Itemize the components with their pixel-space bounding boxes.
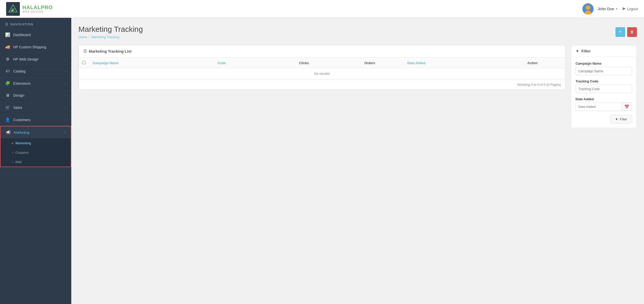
page-header: Marketing Tracking Home › Marketing Trac… (78, 25, 637, 39)
filter-header-label: Filter (581, 49, 591, 53)
filter-card: ▼ Filter Campaign Name Tracking Code Dat… (571, 45, 637, 128)
breadcrumb: Home › Marketing Tracking (78, 35, 143, 39)
calendar-button[interactable]: 📅 (622, 103, 632, 111)
no-results-cell: No results! (79, 68, 565, 79)
logo-sub: WEB DESIGN (22, 10, 53, 13)
design-icon: 🖥 (5, 93, 10, 98)
tracking-code-field: Tracking Code (576, 79, 632, 93)
table-body: No results! (79, 68, 565, 79)
col-code[interactable]: Code (214, 58, 272, 68)
add-button[interactable]: + (615, 27, 625, 37)
sidebar-item-dashboard[interactable]: 📊 Dashboard (0, 29, 71, 41)
filter-body: Campaign Name Tracking Code Date Added 📅 (571, 57, 637, 128)
card-header-label: Marketing Tracking List (89, 49, 132, 53)
svg-text:HP: HP (11, 10, 13, 12)
catalog-icon: 🏷 (5, 69, 10, 74)
svg-point-5 (586, 5, 590, 10)
filter-button[interactable]: ▼ Filter (610, 115, 632, 123)
chevron-right-icon: › (65, 118, 66, 122)
page-title-area: Marketing Tracking Home › Marketing Trac… (78, 25, 143, 39)
logout-icon: ⮞ (622, 7, 626, 11)
breadcrumb-home[interactable]: Home (78, 35, 87, 39)
breadcrumb-current[interactable]: Marketing Tracking (91, 35, 119, 39)
two-column-layout: ☰ Marketing Tracking List Campaign Name … (78, 45, 637, 128)
sidebar-item-catalog[interactable]: 🏷 Catalog › (0, 65, 71, 77)
filter-btn-icon: ▼ (615, 117, 618, 121)
dashboard-icon: 📊 (5, 32, 10, 37)
table-head: Campaign Name Code Clicks Orders Date Ad… (79, 58, 565, 68)
breadcrumb-separator: › (89, 35, 90, 39)
sub-arrow-icon: » (12, 151, 13, 154)
web-design-icon: ⚙ (5, 57, 10, 62)
top-header: HP HALALPRO WEB DESIGN John Doe ▼ ⮞ Logo… (0, 0, 644, 18)
sidebar-item-hp-custom-shipping[interactable]: 🚚 HP Custom Shipping (0, 41, 71, 53)
select-all-header (79, 58, 89, 68)
col-orders: Orders (336, 58, 404, 68)
chevron-right-icon: › (65, 106, 66, 109)
campaign-name-label: Campaign Name (576, 62, 632, 65)
chevron-right-icon: › (65, 57, 66, 61)
table-header-row: Campaign Name Code Clicks Orders Date Ad… (79, 58, 565, 68)
campaign-name-field: Campaign Name (576, 62, 632, 75)
col-date-added[interactable]: Date Added (404, 58, 500, 68)
date-added-input[interactable] (576, 103, 622, 111)
sales-icon: 🛒 (5, 105, 10, 110)
campaign-name-input[interactable] (576, 67, 632, 75)
filter-icon: ▼ (576, 49, 579, 53)
tracking-code-input[interactable] (576, 85, 632, 93)
marketing-icon: 📢 (6, 130, 11, 135)
user-name[interactable]: John Doe ▼ (598, 7, 618, 11)
date-added-field: Date Added 📅 (576, 97, 632, 111)
sidebar-item-marketing-group: 📢 Marketing › » Marketing » Coupons » Ma… (0, 126, 71, 167)
sub-arrow-icon: » (12, 141, 13, 145)
sidebar-nav-label: ☰ NAVIGATION (0, 18, 71, 29)
sidebar-item-customers[interactable]: 👤 Customers › (0, 114, 71, 126)
sidebar-item-marketing[interactable]: 📢 Marketing › (1, 126, 71, 138)
list-icon: ☰ (83, 49, 87, 54)
sidebar-item-hp-web-design[interactable]: ⚙ HP Web Design › (0, 53, 71, 65)
filter-header: ▼ Filter (571, 45, 637, 57)
logo-area: HP HALALPRO WEB DESIGN (6, 2, 53, 16)
main-card: ☰ Marketing Tracking List Campaign Name … (78, 45, 566, 90)
customers-icon: 👤 (5, 117, 10, 122)
sidebar-subitem-mail[interactable]: » Mail (1, 157, 71, 167)
filter-btn-row: ▼ Filter (576, 115, 632, 123)
shipping-icon: 🚚 (5, 45, 10, 49)
select-all-checkbox[interactable] (82, 61, 86, 64)
chevron-right-icon: › (65, 131, 66, 134)
date-added-input-group: 📅 (576, 103, 632, 111)
table-footer: Showing 0 to 0 of 0 (0 Pages) (79, 79, 565, 90)
chevron-right-icon: › (65, 94, 66, 97)
chevron-down-icon: ▼ (615, 7, 618, 10)
extensions-icon: 🧩 (5, 81, 10, 86)
main-layout: ☰ NAVIGATION 📊 Dashboard 🚚 HP Custom Shi… (0, 18, 644, 304)
logo-brand: HALALPRO (22, 5, 53, 10)
sidebar-item-extensions[interactable]: 🧩 Extensions › (0, 77, 71, 90)
card-header: ☰ Marketing Tracking List (79, 45, 565, 57)
trash-icon: 🗑 (630, 30, 634, 34)
tracking-table: Campaign Name Code Clicks Orders Date Ad… (79, 57, 565, 79)
table-wrap: Campaign Name Code Clicks Orders Date Ad… (79, 57, 565, 79)
sidebar-item-design[interactable]: 🖥 Design › (0, 90, 71, 102)
logo-text: HALALPRO WEB DESIGN (22, 5, 53, 13)
col-action: Action (500, 58, 566, 68)
col-campaign-name[interactable]: Campaign Name (89, 58, 214, 68)
chevron-right-icon: › (65, 69, 66, 73)
sidebar-subitem-coupons[interactable]: » Coupons (1, 148, 71, 157)
no-results-row: No results! (79, 68, 565, 79)
logo-box: HP (6, 2, 20, 16)
header-right: John Doe ▼ ⮞ Logout (582, 3, 638, 15)
sidebar-item-sales[interactable]: 🛒 Sales › (0, 102, 71, 114)
chevron-right-icon: › (65, 82, 66, 85)
logout-button[interactable]: ⮞ Logout (622, 7, 638, 11)
avatar (582, 3, 594, 15)
col-clicks: Clicks (272, 58, 336, 68)
content-area: Marketing Tracking Home › Marketing Trac… (71, 18, 644, 304)
sidebar-marketing-submenu: » Marketing » Coupons » Mail (1, 138, 71, 167)
hamburger-icon: ☰ (5, 22, 8, 26)
sidebar-subitem-marketing[interactable]: » Marketing (1, 138, 71, 148)
sidebar: ☰ NAVIGATION 📊 Dashboard 🚚 HP Custom Shi… (0, 18, 71, 304)
page-actions: + 🗑 (615, 27, 637, 37)
delete-button[interactable]: 🗑 (627, 27, 637, 37)
sub-arrow-icon: » (12, 160, 13, 164)
